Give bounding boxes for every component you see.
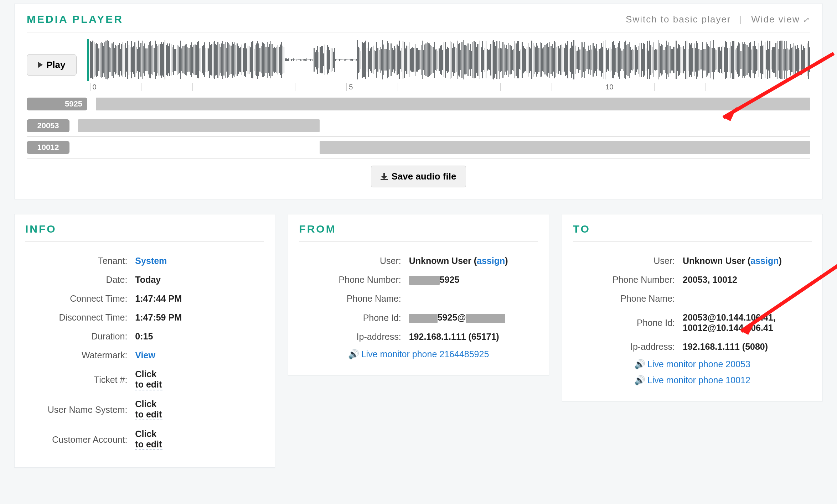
- timeline-tick: [449, 83, 500, 91]
- waveform-row: Play 0 5 10: [27, 39, 810, 93]
- track-bar[interactable]: [320, 141, 810, 154]
- track-bar[interactable]: [78, 119, 320, 132]
- timeline-tick: [552, 83, 603, 91]
- from-title: FROM: [299, 223, 538, 242]
- track-row: 10012: [27, 136, 810, 158]
- from-phone-name-label: Phone Name:: [299, 293, 409, 304]
- from-user-label: User:: [299, 256, 409, 266]
- switch-to-basic-link[interactable]: Switch to basic player: [626, 14, 731, 25]
- to-ip-label: Ip-address:: [573, 342, 683, 352]
- tenant-value[interactable]: System: [135, 256, 264, 266]
- sound-icon: 🔊: [634, 359, 645, 369]
- save-audio-label: Save audio file: [391, 171, 456, 182]
- sound-icon: 🔊: [348, 349, 359, 359]
- redacted-block: [409, 314, 438, 323]
- from-panel: FROM User: Unknown User (assign) Phone N…: [288, 214, 549, 375]
- to-phone-id-value: 20053@10.144.106.41, 10012@10.144.106.41: [683, 312, 812, 333]
- media-player-panel: MEDIA PLAYER Switch to basic player | Wi…: [14, 4, 823, 199]
- track-row: xxxxx5925: [27, 93, 810, 115]
- connect-time-value: 1:47:44 PM: [135, 293, 264, 304]
- from-live-monitor-link[interactable]: 🔊Live monitor phone 2164485925: [299, 346, 538, 362]
- waveform-container[interactable]: 0 5 10: [87, 39, 811, 91]
- waveform-timeline: 0 5 10: [87, 83, 811, 91]
- redacted-block: [466, 314, 505, 323]
- info-column: INFO Tenant: System Date: Today Connect …: [14, 214, 275, 468]
- to-live-monitor-link-2[interactable]: 🔊Live monitor phone 10012: [573, 372, 812, 388]
- timeline-tick: [244, 83, 295, 91]
- wide-view-label: Wide view: [751, 14, 800, 25]
- watermark-value[interactable]: View: [135, 350, 264, 360]
- track-label-chip[interactable]: xxxxx5925: [27, 98, 87, 110]
- to-live-monitor-link-1[interactable]: 🔊Live monitor phone 20053: [573, 356, 812, 372]
- to-user-value: Unknown User (assign): [683, 256, 812, 266]
- header-separator: |: [740, 14, 743, 25]
- customer-account-label: Customer Account:: [25, 435, 135, 445]
- from-ip-label: Ip-address:: [299, 332, 409, 342]
- timeline-tick: [141, 83, 192, 91]
- track-bar[interactable]: [96, 98, 810, 110]
- to-phone-name-label: Phone Name:: [573, 293, 683, 304]
- to-column: TO User: Unknown User (assign) Phone Num…: [562, 214, 823, 468]
- sound-icon: 🔊: [634, 375, 645, 385]
- duration-value: 0:15: [135, 331, 264, 342]
- track-row: 20053: [27, 115, 810, 136]
- date-value: Today: [135, 275, 264, 285]
- media-player-header: MEDIA PLAYER Switch to basic player | Wi…: [27, 13, 810, 32]
- timeline-tick: [706, 83, 757, 91]
- connect-time-label: Connect Time:: [25, 293, 135, 304]
- track-bar-wrap[interactable]: [78, 141, 810, 154]
- track-list: xxxxx59252005310012: [27, 93, 810, 158]
- details-columns: INFO Tenant: System Date: Today Connect …: [14, 214, 823, 468]
- track-label-chip[interactable]: 20053: [27, 119, 69, 132]
- to-phone-number-value: 20053, 10012: [683, 275, 812, 285]
- from-phone-id-label: Phone Id:: [299, 313, 409, 323]
- play-button[interactable]: Play: [27, 54, 77, 76]
- to-phone-id-label: Phone Id:: [573, 318, 683, 328]
- timeline-tick: [295, 83, 346, 91]
- tenant-label: Tenant:: [25, 256, 135, 266]
- track-bar-wrap[interactable]: [96, 98, 810, 110]
- to-title: TO: [573, 223, 812, 242]
- track-bar-wrap[interactable]: [78, 119, 810, 132]
- expand-icon: ⤢: [803, 15, 810, 24]
- from-phone-number-value: 5925: [409, 275, 538, 285]
- waveform[interactable]: [87, 39, 811, 81]
- username-system-value[interactable]: Click to edit: [135, 399, 162, 420]
- timeline-tick: [500, 83, 552, 91]
- username-system-label: User Name System:: [25, 405, 135, 415]
- to-panel: TO User: Unknown User (assign) Phone Num…: [562, 214, 823, 401]
- play-icon: [38, 62, 43, 68]
- timeline-tick: [808, 83, 810, 91]
- timeline-tick: 10: [603, 83, 654, 91]
- info-title: INFO: [25, 223, 264, 242]
- info-panel: INFO Tenant: System Date: Today Connect …: [14, 214, 275, 468]
- timeline-tick: 5: [346, 83, 398, 91]
- to-assign-link[interactable]: assign: [750, 256, 779, 266]
- disconnect-time-value: 1:47:59 PM: [135, 312, 264, 323]
- duration-label: Duration:: [25, 331, 135, 342]
- to-ip-value: 192.168.1.111 (5080): [683, 342, 812, 352]
- from-ip-value: 192.168.1.111 (65171): [409, 332, 538, 342]
- from-assign-link[interactable]: assign: [477, 256, 505, 266]
- timeline-tick: [654, 83, 706, 91]
- redacted-block: [409, 276, 440, 285]
- from-phone-number-label: Phone Number:: [299, 275, 409, 285]
- ticket-value[interactable]: Click to edit: [135, 369, 162, 390]
- watermark-label: Watermark:: [25, 350, 135, 360]
- timeline-tick: [192, 83, 244, 91]
- media-player-title: MEDIA PLAYER: [27, 13, 123, 25]
- play-label: Play: [46, 59, 66, 71]
- from-phone-id-value: 5925@: [409, 312, 538, 323]
- disconnect-time-label: Disconnect Time:: [25, 312, 135, 323]
- date-label: Date:: [25, 275, 135, 285]
- to-user-label: User:: [573, 256, 683, 266]
- media-player-header-links: Switch to basic player | Wide view ⤢: [626, 14, 810, 25]
- timeline-tick: [398, 83, 449, 91]
- track-label-chip[interactable]: 10012: [27, 141, 69, 154]
- customer-account-value[interactable]: Click to edit: [135, 429, 162, 450]
- save-audio-button[interactable]: Save audio file: [371, 166, 466, 187]
- timeline-tick: 0: [90, 83, 141, 91]
- timeline-tick: [757, 83, 808, 91]
- wide-view-link[interactable]: Wide view ⤢: [751, 14, 810, 25]
- to-phone-number-label: Phone Number:: [573, 275, 683, 285]
